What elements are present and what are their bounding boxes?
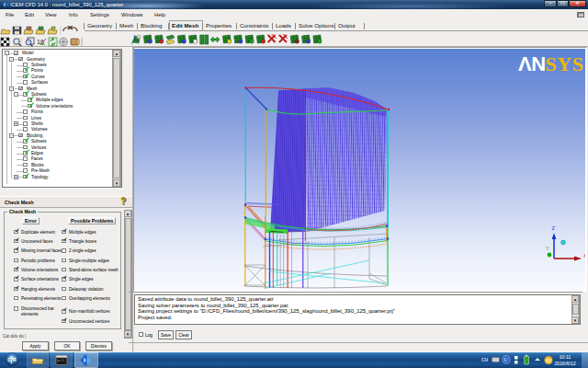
- svg-text:C:\: C:\: [58, 359, 65, 362]
- svg-text:Z: Z: [552, 225, 556, 231]
- svg-text:U: U: [504, 357, 509, 362]
- svg-text:X: X: [583, 253, 585, 259]
- svg-text:Y: Y: [546, 246, 549, 251]
